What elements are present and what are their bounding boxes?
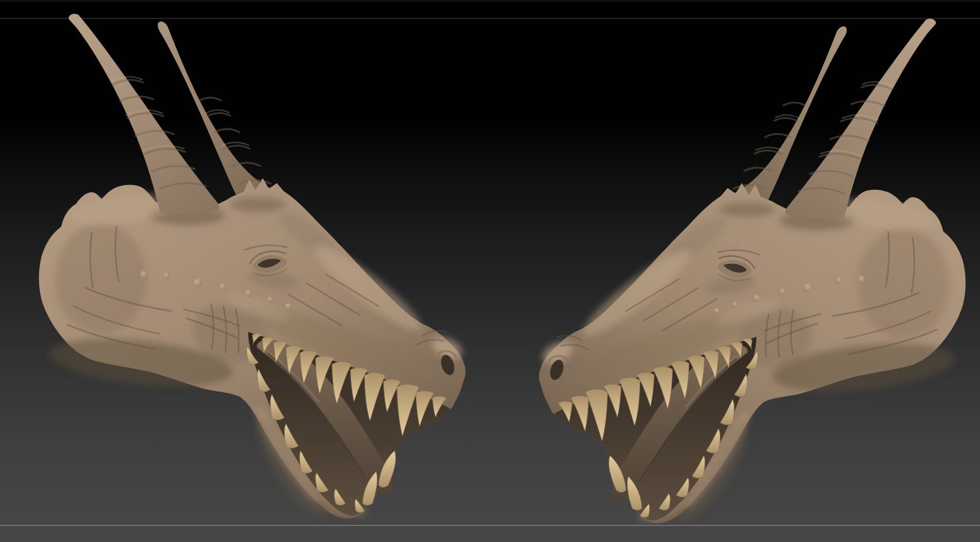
cheek-bump (285, 303, 292, 309)
cheek-bump (194, 279, 202, 287)
cheek-bump (220, 284, 226, 290)
brow-bump (278, 233, 282, 237)
sculpt-canvas[interactable]: Two clay-colored sculpted dragon head bu… (0, 0, 980, 542)
cheek-bump (164, 273, 170, 279)
brow-bump (260, 238, 265, 242)
scene-svg[interactable]: Two clay-colored sculpted dragon head bu… (0, 0, 980, 542)
cheek-bump (245, 290, 252, 297)
cheek-bump (140, 271, 148, 278)
brow-bump (270, 235, 274, 239)
cheek-bump (268, 297, 273, 303)
shading-patch (229, 197, 285, 212)
frame-line-top-edge (0, 1, 980, 1)
brow-bump (252, 241, 256, 245)
frame-line-top (0, 18, 980, 19)
frame-line-bottom (0, 525, 980, 526)
